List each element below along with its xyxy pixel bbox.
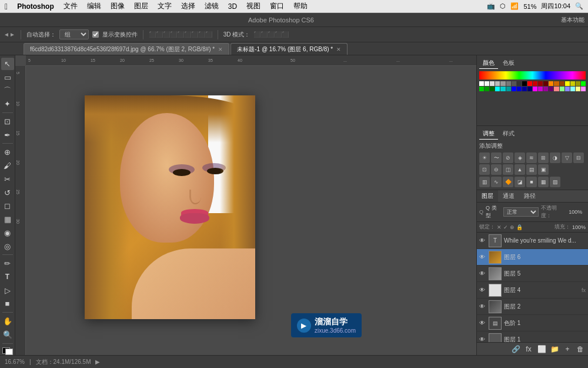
- pattern-adj-icon[interactable]: ▨: [550, 177, 560, 187]
- swatch[interactable]: [533, 81, 537, 86]
- layer-item-layer-6[interactable]: 👁图层 6: [477, 249, 588, 266]
- tab-file1-close[interactable]: ✕: [218, 47, 223, 52]
- apple-logo-icon[interactable]: : [5, 2, 8, 11]
- threshold-adj-icon[interactable]: ▲: [514, 164, 525, 175]
- swatch[interactable]: [581, 81, 586, 86]
- gradient-map-adj-icon[interactable]: ▤: [526, 164, 537, 175]
- swatch[interactable]: [495, 87, 500, 91]
- swatch[interactable]: [479, 81, 484, 86]
- move-tool[interactable]: ↖: [1, 58, 14, 70]
- blend-mode-select[interactable]: 正常溶解正片叠底: [503, 207, 539, 217]
- help-menu[interactable]: 帮助: [290, 1, 311, 11]
- healing-brush-tool[interactable]: ⊕: [1, 146, 14, 158]
- color-tab[interactable]: 颜色: [479, 58, 498, 69]
- layer-link-btn[interactable]: 🔗: [510, 345, 521, 353]
- swatch[interactable]: [517, 81, 522, 86]
- gradient-tool[interactable]: ▦: [1, 213, 14, 226]
- sel-color-adj-icon[interactable]: ▣: [538, 164, 549, 175]
- invert-adj-icon[interactable]: ⊖: [491, 164, 502, 175]
- path-selection-tool[interactable]: ▷: [1, 284, 14, 297]
- swatch[interactable]: [549, 87, 553, 91]
- swatch[interactable]: [479, 87, 484, 91]
- layer-visibility-layer-2[interactable]: 👁: [479, 303, 486, 310]
- type-menu[interactable]: 文字: [154, 1, 175, 11]
- color-spectrum-bar[interactable]: [479, 71, 586, 79]
- swatch[interactable]: [554, 87, 559, 91]
- type-tool[interactable]: T: [1, 271, 14, 283]
- basic-function-btn[interactable]: 基本功能: [561, 16, 584, 24]
- clone-stamp-tool[interactable]: ✂: [1, 173, 14, 185]
- swatch[interactable]: [576, 81, 580, 86]
- colorlookup-adj-icon[interactable]: ⊡: [479, 164, 490, 175]
- opacity-value[interactable]: 100%: [569, 209, 586, 215]
- swatch[interactable]: [533, 87, 537, 91]
- filter-menu[interactable]: 滤镜: [201, 1, 222, 11]
- curves-adj-icon[interactable]: 〜: [491, 152, 502, 163]
- chanmix-adj-icon[interactable]: ⊟: [573, 152, 584, 163]
- shadow-adj-icon[interactable]: ◪: [514, 177, 525, 187]
- swatch[interactable]: [490, 87, 495, 91]
- swatch[interactable]: [500, 87, 505, 91]
- layer-mask-btn[interactable]: ⬜: [536, 345, 547, 353]
- window-menu[interactable]: 窗口: [266, 1, 288, 11]
- adjustments-tab[interactable]: 调整: [479, 128, 498, 140]
- swatch[interactable]: [522, 81, 527, 86]
- swatch[interactable]: [527, 81, 532, 86]
- eraser-tool[interactable]: ◻: [1, 200, 14, 212]
- tab-file2-close[interactable]: ✕: [336, 47, 341, 52]
- image-canvas[interactable]: [85, 95, 255, 319]
- layer-item-color-balance-1[interactable]: 👁▤色阶 1: [477, 315, 588, 331]
- lasso-tool[interactable]: ⌒: [1, 85, 14, 97]
- zoom-tool[interactable]: 🔍: [1, 329, 14, 341]
- image-menu[interactable]: 图像: [107, 1, 128, 11]
- blackwhite-adj-icon[interactable]: ◑: [550, 152, 560, 163]
- layer-visibility-layer-1[interactable]: 👁: [479, 336, 486, 342]
- lock-all-icon[interactable]: 🔒: [516, 224, 523, 230]
- blur-tool[interactable]: ◉: [1, 227, 14, 239]
- levels-adj-icon[interactable]: ▥: [479, 177, 490, 187]
- swatch[interactable]: [538, 81, 543, 86]
- background-color[interactable]: [5, 349, 13, 355]
- photof-adj-icon[interactable]: ▽: [562, 152, 572, 163]
- layer-item-layer-text[interactable]: 👁TWhile you're smiling We d...: [477, 233, 588, 249]
- swatch[interactable]: [500, 81, 505, 86]
- 3d-menu[interactable]: 3D: [225, 2, 240, 11]
- crop-tool[interactable]: ⊡: [1, 115, 14, 128]
- layer-item-layer-1[interactable]: 👁图层 1: [477, 331, 588, 342]
- swatch[interactable]: [495, 81, 500, 86]
- solid-color-adj-icon[interactable]: ■: [526, 177, 537, 187]
- layer-visibility-layer-text[interactable]: 👁: [479, 237, 486, 244]
- brightness-adj-icon[interactable]: ☀: [479, 152, 490, 163]
- lock-pixel-icon[interactable]: ✕: [497, 224, 502, 230]
- swatch[interactable]: [549, 81, 553, 86]
- exposure-adj-icon[interactable]: ⊘: [503, 152, 513, 163]
- fill-value[interactable]: 100%: [572, 224, 586, 230]
- hand-tool[interactable]: ✋: [1, 315, 14, 327]
- select-menu[interactable]: 选择: [178, 1, 199, 11]
- swatch[interactable]: [543, 87, 548, 91]
- layer-visibility-layer-5[interactable]: 👁: [479, 270, 486, 277]
- swatch[interactable]: [570, 87, 575, 91]
- eyedropper-tool[interactable]: ✒: [1, 129, 14, 141]
- lock-position-icon[interactable]: ⊕: [510, 224, 514, 230]
- hue-adj-icon[interactable]: 🔶: [503, 177, 513, 187]
- layer-item-layer-4[interactable]: 👁图层 4fx: [477, 282, 588, 299]
- doc-size-arrow[interactable]: ▶: [95, 359, 100, 365]
- layer-visibility-color-balance-1[interactable]: 👁: [479, 320, 486, 326]
- swatch[interactable]: [554, 81, 559, 86]
- history-brush-tool[interactable]: ↺: [1, 187, 14, 199]
- dodge-tool[interactable]: ◎: [1, 240, 14, 253]
- layer-item-layer-2[interactable]: 👁图层 2: [477, 299, 588, 315]
- swatch[interactable]: [576, 87, 580, 91]
- view-menu[interactable]: 视图: [243, 1, 264, 11]
- posterize-adj-icon[interactable]: ◫: [503, 164, 513, 175]
- layer-group-btn[interactable]: 📁: [549, 345, 560, 353]
- layer-visibility-layer-6[interactable]: 👁: [479, 254, 486, 260]
- tab-file1[interactable]: f6cd82d63313876d8c45e536f28f697d.jpg @ 6…: [24, 43, 229, 55]
- swatches-tab[interactable]: 色板: [499, 58, 518, 69]
- lock-move-icon[interactable]: ✓: [503, 224, 508, 230]
- swatch[interactable]: [506, 81, 511, 86]
- hsl-adj-icon[interactable]: ≋: [526, 152, 537, 163]
- swatch[interactable]: [506, 87, 511, 91]
- auto-select-dropdown[interactable]: 组图层: [59, 29, 89, 39]
